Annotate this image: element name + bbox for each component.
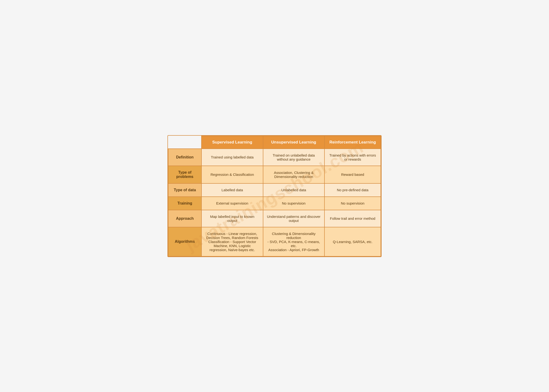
cell-reinforcement: Trained by actions with errors or reward… [325,149,381,166]
cell-supervised: Regression & Classification [202,166,263,183]
row-label: Definition [168,149,202,166]
cell-reinforcement: No pre-defined data [325,183,381,197]
table-row: Type of dataLabelled dataUnlabelled data… [168,183,381,197]
header-empty [168,136,202,149]
row-label: Algorithms [168,227,202,256]
cell-reinforcement: No supervision [325,197,381,210]
cell-supervised: Trained using labelled data [202,149,263,166]
comparison-table: javatrainingschool.com Supervised Learni… [167,135,382,257]
table-row: ApproachMap labelled input to known outp… [168,210,381,227]
cell-supervised: External supervision [202,197,263,210]
table-row: TrainingExternal supervisionNo supervisi… [168,197,381,210]
header-supervised: Supervised Learning [202,136,263,149]
cell-reinforcement: Follow trail and error method [325,210,381,227]
header-reinforcement: Reinforcement Learning [325,136,381,149]
cell-supervised: Continuous - Linear regression, Decision… [202,227,263,256]
cell-unsupervised: Unlabelled data [263,183,325,197]
table-row: DefinitionTrained using labelled dataTra… [168,149,381,166]
header-unsupervised: Unsupervised Learning [263,136,325,149]
cell-reinforcement: Reward based [325,166,381,183]
row-label: Training [168,197,202,210]
cell-reinforcement: Q-Learning, SARSA, etc. [325,227,381,256]
row-label: Approach [168,210,202,227]
table-row: Type of problemsRegression & Classificat… [168,166,381,183]
cell-unsupervised: Clustering & Dimensionality reduction - … [263,227,325,256]
cell-unsupervised: Understand patterns and discover output [263,210,325,227]
cell-unsupervised: No supervision [263,197,325,210]
row-label: Type of problems [168,166,202,183]
cell-supervised: Labelled data [202,183,263,197]
cell-unsupervised: Trained on unlabelled data without any g… [263,149,325,166]
cell-unsupervised: Association, Clustering & Dimensionality… [263,166,325,183]
cell-supervised: Map labelled input to known output [202,210,263,227]
row-label: Type of data [168,183,202,197]
table-row: AlgorithmsContinuous - Linear regression… [168,227,381,256]
